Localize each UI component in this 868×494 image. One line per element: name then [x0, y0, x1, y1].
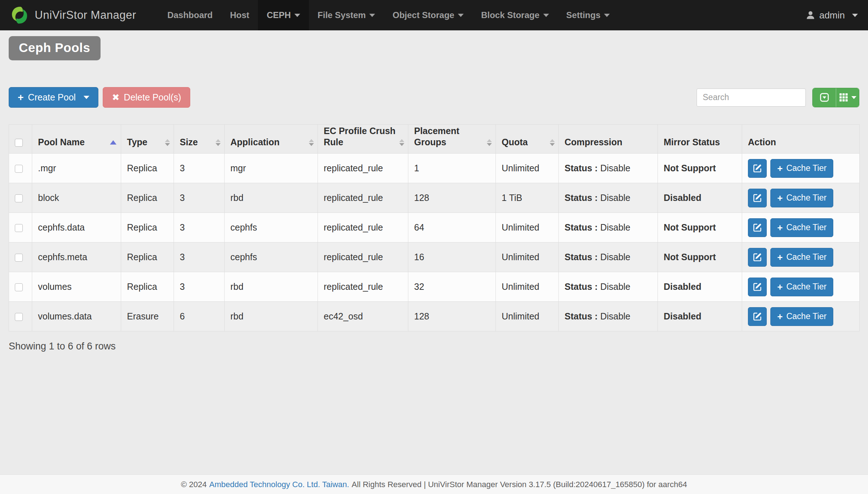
mirror-status-cell: Not Support [658, 242, 742, 272]
close-icon: ✖ [112, 93, 119, 102]
nav-item-host[interactable]: Host [221, 0, 258, 30]
table-row: block Replica 3 rbd replicated_rule 128 … [9, 183, 860, 213]
edit-pool-button[interactable] [748, 307, 767, 326]
compression-status-label: Status : [565, 282, 598, 292]
placement-groups-cell: 64 [408, 213, 496, 242]
header-crush-rule[interactable]: EC Profile Crush Rule [318, 125, 408, 154]
edit-pool-button[interactable] [748, 159, 767, 178]
compression-cell: Status : Disable [559, 213, 658, 242]
size-cell: 3 [174, 242, 225, 272]
row-checkbox[interactable] [15, 194, 23, 202]
header-label: EC Profile Crush Rule [324, 126, 396, 147]
pool-name-cell: volumes [32, 272, 121, 302]
cache-tier-label: Cache Tier [786, 223, 826, 232]
add-cache-tier-button[interactable]: + Cache Tier [770, 218, 833, 237]
add-cache-tier-button[interactable]: + Cache Tier [770, 159, 833, 178]
table-summary: Showing 1 to 6 of 6 rows [9, 341, 859, 352]
user-name: admin [819, 10, 845, 21]
edit-icon [753, 282, 762, 292]
caret-down-icon [604, 14, 610, 17]
crush-rule-cell: replicated_rule [318, 272, 408, 302]
select-all-checkbox[interactable] [15, 139, 23, 147]
compression-status-value: Disable [600, 222, 630, 232]
header-compression: Compression [559, 125, 658, 154]
toggle-view-button[interactable] [813, 88, 836, 107]
add-cache-tier-button[interactable]: + Cache Tier [770, 307, 833, 326]
application-cell: cephfs [225, 242, 318, 272]
nav-item-dashboard[interactable]: Dashboard [159, 0, 221, 30]
table-view-buttons [812, 88, 859, 107]
add-cache-tier-button[interactable]: + Cache Tier [770, 278, 833, 296]
pool-name-cell: .mgr [32, 154, 121, 183]
application-cell: rbd [225, 272, 318, 302]
brand[interactable]: UniVirStor Manager [10, 6, 136, 25]
header-placement-groups[interactable]: Placement Groups [408, 125, 496, 154]
row-checkbox[interactable] [15, 224, 23, 232]
compression-status-label: Status : [565, 163, 598, 173]
plus-icon: + [777, 253, 783, 262]
footer-version-text: All Rights Reserved | UniVirStor Manager… [352, 480, 687, 489]
edit-pool-button[interactable] [748, 278, 767, 296]
create-pool-button[interactable]: + Create Pool [9, 87, 98, 108]
nav-item-ceph[interactable]: CEPH [258, 0, 309, 30]
nav-item-label: Block Storage [481, 10, 539, 20]
header-quota[interactable]: Quota [496, 125, 559, 154]
nav-item-block-storage[interactable]: Block Storage [472, 0, 557, 30]
table-row: .mgr Replica 3 mgr replicated_rule 1 Unl… [9, 154, 860, 183]
row-select-cell [9, 213, 32, 242]
header-label: Action [748, 137, 776, 147]
caret-down-icon [543, 14, 549, 17]
sort-icon [487, 139, 492, 146]
delete-pools-label: Delete Pool(s) [124, 92, 181, 103]
nav-item-label: Object Storage [392, 10, 454, 20]
delete-pools-button[interactable]: ✖ Delete Pool(s) [103, 87, 190, 108]
edit-pool-button[interactable] [748, 218, 767, 237]
add-cache-tier-button[interactable]: + Cache Tier [770, 189, 833, 207]
edit-pool-button[interactable] [748, 248, 767, 267]
nav-item-file-system[interactable]: File System [309, 0, 384, 30]
caret-down-icon [294, 14, 300, 17]
navbar: UniVirStor Manager Dashboard Host CEPH F… [0, 0, 868, 30]
application-cell: rbd [225, 183, 318, 213]
quota-cell: Unlimited [496, 302, 559, 331]
caret-down-icon [458, 14, 464, 17]
plus-icon: + [777, 282, 783, 292]
nav-item-object-storage[interactable]: Object Storage [384, 0, 472, 30]
row-checkbox[interactable] [15, 313, 23, 321]
user-menu[interactable]: admin [805, 10, 858, 21]
table-row: cephfs.data Replica 3 cephfs replicated_… [9, 213, 860, 242]
compression-cell: Status : Disable [559, 242, 658, 272]
header-label: Application [230, 137, 280, 147]
quota-cell: 1 TiB [496, 183, 559, 213]
type-cell: Replica [121, 272, 174, 302]
header-size[interactable]: Size [174, 125, 225, 154]
header-label: Mirror Status [664, 137, 720, 147]
row-select-cell [9, 302, 32, 331]
header-application[interactable]: Application [225, 125, 318, 154]
header-type[interactable]: Type [121, 125, 174, 154]
header-pool-name[interactable]: Pool Name [32, 125, 121, 154]
columns-button[interactable] [836, 88, 859, 107]
header-label: Compression [565, 137, 622, 147]
compression-cell: Status : Disable [559, 302, 658, 331]
compression-status-value: Disable [600, 282, 630, 292]
nav-item-settings[interactable]: Settings [558, 0, 619, 30]
placement-groups-cell: 1 [408, 154, 496, 183]
row-checkbox[interactable] [15, 283, 23, 291]
add-cache-tier-button[interactable]: + Cache Tier [770, 248, 833, 267]
row-checkbox[interactable] [15, 254, 23, 262]
edit-pool-button[interactable] [748, 189, 767, 207]
caret-down-icon [369, 14, 375, 17]
size-cell: 3 [174, 154, 225, 183]
search-input[interactable] [697, 89, 806, 107]
header-mirror-status: Mirror Status [658, 125, 742, 154]
page-title: Ceph Pools [9, 36, 101, 60]
pool-name-cell: cephfs.data [32, 213, 121, 242]
type-cell: Replica [121, 242, 174, 272]
compression-status-value: Disable [600, 311, 630, 321]
row-checkbox[interactable] [15, 165, 23, 173]
edit-icon [753, 193, 762, 203]
placement-groups-cell: 128 [408, 183, 496, 213]
action-cell: + Cache Tier [742, 213, 860, 242]
footer-company-link[interactable]: Ambedded Technology Co. Ltd. Taiwan. [209, 480, 349, 489]
